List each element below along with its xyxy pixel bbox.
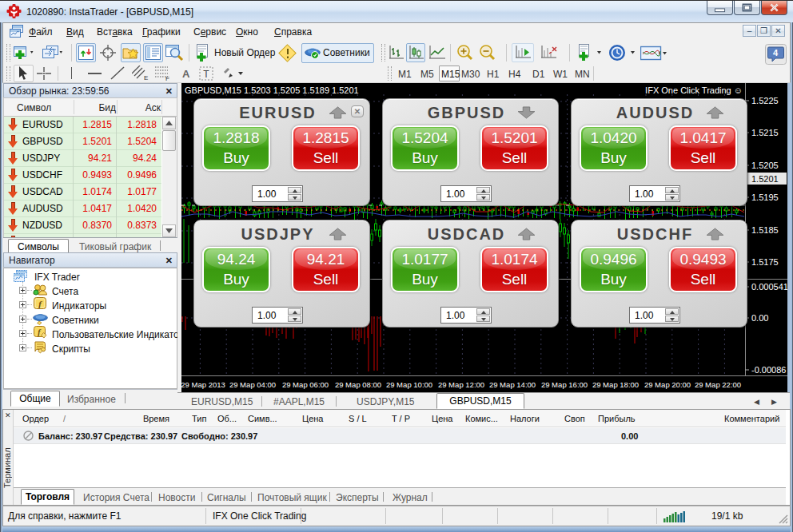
svg-text:1.5185: 1.5185 [751, 225, 779, 235]
svg-text:1.5175: 1.5175 [751, 257, 779, 267]
svg-text:E: E [144, 74, 148, 81]
svg-text:29 Мар 18:00: 29 Мар 18:00 [592, 380, 639, 389]
svg-text:29 Мар 10:00: 29 Мар 10:00 [386, 380, 432, 389]
svg-text:1.5215: 1.5215 [751, 128, 779, 137]
svg-text:GBPUSD,M15 1.5203 1.5205 1.51: GBPUSD,M15 1.5203 1.5205 1.5189 1.5201 [185, 85, 359, 95]
svg-text:4: 4 [773, 48, 779, 58]
svg-text:1.5201: 1.5201 [751, 174, 779, 184]
svg-text:29 Мар 12:00: 29 Мар 12:00 [438, 380, 484, 389]
svg-text:29 Мар 2013: 29 Мар 2013 [181, 380, 225, 389]
svg-text:29 Мар 06:00: 29 Мар 06:00 [282, 380, 329, 389]
svg-text:29 Мар 20:00: 29 Мар 20:00 [644, 380, 691, 389]
svg-text:1.5225: 1.5225 [751, 96, 779, 105]
svg-text:1.5195: 1.5195 [751, 193, 779, 202]
svg-text:F: F [165, 75, 169, 81]
svg-text:0.000541: 0.000541 [751, 282, 787, 292]
svg-text:29 Мар 22:00: 29 Мар 22:00 [695, 380, 741, 389]
svg-text:T: T [203, 69, 209, 80]
svg-text:1.5205: 1.5205 [751, 161, 779, 170]
svg-text:-0.00086: -0.00086 [751, 365, 786, 375]
svg-text:29 Мар 14:00: 29 Мар 14:00 [489, 380, 536, 389]
svg-text:29 Мар 16:00: 29 Мар 16:00 [541, 380, 588, 389]
svg-text:29 Мар 04:00: 29 Мар 04:00 [229, 380, 276, 389]
svg-text:0.00: 0.00 [751, 313, 768, 323]
svg-text:IFX One Click Trading ☺: IFX One Click Trading ☺ [645, 85, 743, 95]
svg-text:29 Мар 08:00: 29 Мар 08:00 [335, 380, 381, 389]
